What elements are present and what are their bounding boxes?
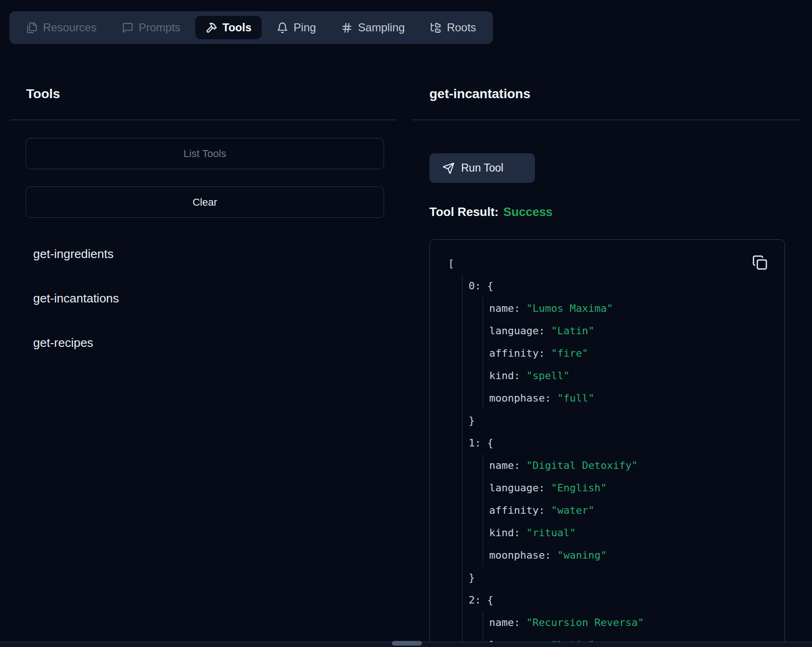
json-line: name: "Digital Detoxify"	[430, 454, 784, 477]
indent-guide	[462, 275, 469, 297]
indent-guide	[483, 320, 489, 342]
horizontal-scrollbar-thumb[interactable]	[392, 641, 422, 646]
indent-guide	[483, 342, 489, 365]
json-line: affinity: "water"	[430, 499, 784, 522]
json-token: kind:	[489, 522, 526, 544]
tool-result-line: Tool Result:Success	[429, 203, 553, 220]
tool-detail-panel: get-incantations Run Tool Tool Result:Su…	[413, 0, 800, 647]
json-token: language:	[489, 320, 551, 342]
tool-item-get-recipes[interactable]: get-recipes	[10, 331, 397, 354]
json-line: affinity: "fire"	[430, 342, 784, 365]
json-token: {	[487, 432, 493, 454]
indent-guide	[462, 477, 469, 499]
indent-guide	[462, 410, 469, 432]
indent-guide	[483, 387, 489, 410]
json-line: 0: {	[430, 275, 784, 297]
tool-item-get-ingredients[interactable]: get-ingredients	[10, 243, 397, 265]
json-token: "water"	[551, 499, 594, 522]
json-token: 0:	[469, 275, 487, 297]
json-token: language:	[489, 477, 551, 499]
copy-button[interactable]	[752, 254, 768, 270]
indent-guide	[483, 454, 489, 477]
indent-guide	[462, 297, 469, 320]
copy-icon	[752, 255, 768, 270]
json-token: "English"	[551, 477, 606, 499]
tool-item-get-incantations[interactable]: get-incantations	[10, 287, 397, 309]
json-token: name:	[489, 454, 526, 477]
json-line: 1: {	[430, 432, 784, 454]
list-tools-button[interactable]: List Tools	[26, 138, 384, 169]
json-token: "spell"	[526, 365, 570, 387]
json-token: "ritual"	[526, 522, 576, 544]
json-token: moonphase:	[489, 544, 557, 567]
indent-guide	[462, 454, 469, 477]
json-line: kind: "spell"	[430, 365, 784, 387]
json-token: "Digital Detoxify"	[526, 454, 637, 477]
indent-guide	[483, 611, 489, 634]
app: { "tab_bar": { "tabs": [ {"label": "Reso…	[0, 0, 812, 647]
json-token: "Lumos Maxima"	[526, 297, 613, 320]
indent-guide	[462, 365, 469, 387]
indent-guide	[462, 611, 469, 634]
json-line: language: "Latin"	[430, 320, 784, 342]
json-token: [	[448, 252, 454, 275]
json-token: "Recursion Reversa"	[526, 611, 644, 634]
json-token: name:	[489, 611, 526, 634]
indent-guide	[462, 387, 469, 410]
indent-guide	[483, 297, 489, 320]
json-line: kind: "ritual"	[430, 522, 784, 544]
indent-guide	[462, 320, 469, 342]
json-token: affinity:	[489, 342, 551, 365]
json-token: {	[487, 589, 493, 611]
indent-guide	[462, 589, 469, 611]
indent-guide	[462, 432, 469, 454]
send-icon	[442, 162, 455, 174]
horizontal-scrollbar-track[interactable]	[0, 642, 812, 647]
indent-guide	[462, 522, 469, 544]
indent-guide	[462, 499, 469, 522]
run-tool-label: Run Tool	[461, 162, 503, 174]
tool-result-label: Tool Result:	[429, 205, 499, 219]
json-line: language: "English"	[430, 477, 784, 499]
indent-guide	[483, 365, 489, 387]
json-token: {	[487, 275, 493, 297]
indent-guide	[483, 544, 489, 567]
json-token: kind:	[489, 365, 526, 387]
selected-tool-title: get-incantations	[429, 86, 530, 102]
json-token: "fire"	[551, 342, 588, 365]
json-token: 2:	[469, 589, 487, 611]
indent-guide	[462, 342, 469, 365]
json-token: "full"	[557, 387, 594, 410]
tools-panel: Tools List Tools Clear get-ingredients g…	[10, 0, 397, 647]
json-line: moonphase: "waning"	[430, 544, 784, 567]
json-line: 2: {	[430, 589, 784, 611]
clear-button[interactable]: Clear	[26, 187, 384, 218]
json-line: moonphase: "full"	[430, 387, 784, 410]
tool-list: get-ingredients get-incantations get-rec…	[10, 243, 397, 376]
indent-guide	[462, 544, 469, 567]
indent-guide	[462, 567, 469, 589]
json-line: }	[430, 410, 784, 432]
indent-guide	[483, 522, 489, 544]
json-line: name: "Lumos Maxima"	[430, 297, 784, 320]
json-line: }	[430, 567, 784, 589]
json-token: }	[469, 410, 475, 432]
json-tree: [0: {name: "Lumos Maxima"language: "Lati…	[430, 252, 784, 647]
indent-guide	[483, 499, 489, 522]
run-tool-button[interactable]: Run Tool	[429, 153, 535, 183]
json-token: "Latin"	[551, 320, 594, 342]
status-badge: Success	[503, 205, 553, 219]
json-token: affinity:	[489, 499, 551, 522]
json-token: 1:	[469, 432, 487, 454]
json-token: }	[469, 567, 475, 589]
divider	[413, 120, 800, 120]
tool-result-json-box: [0: {name: "Lumos Maxima"language: "Lati…	[429, 239, 785, 647]
json-token: moonphase:	[489, 387, 557, 410]
divider	[10, 120, 397, 120]
indent-guide	[483, 477, 489, 499]
json-token: name:	[489, 297, 526, 320]
json-line: name: "Recursion Reversa"	[430, 611, 784, 634]
json-line: [	[430, 252, 784, 275]
json-token: "waning"	[557, 544, 607, 567]
page-title: Tools	[26, 86, 60, 102]
